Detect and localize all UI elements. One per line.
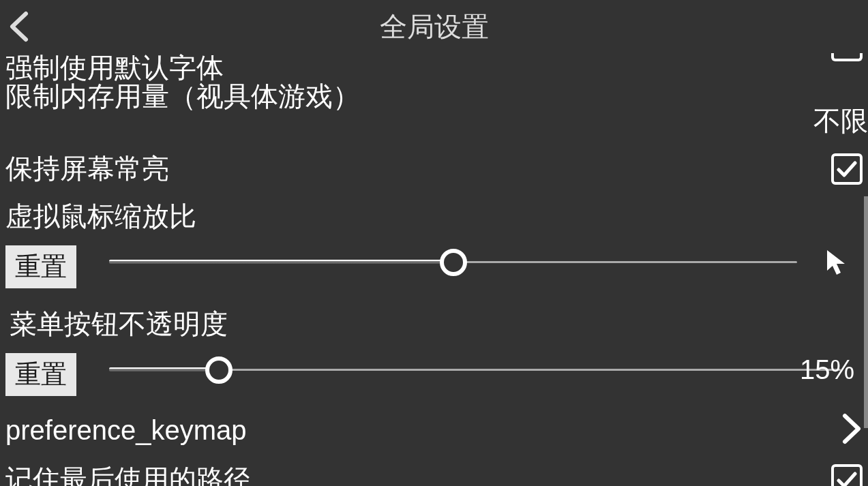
- slider-thumb[interactable]: [440, 249, 467, 276]
- setting-keep-screen-on-label: 保持屏幕常亮: [0, 150, 169, 187]
- setting-menu-opacity-label: 菜单按钮不透明度: [10, 305, 868, 343]
- menu-opacity-slider-row: 重置 15%: [0, 344, 868, 396]
- setting-menu-opacity: 菜单按钮不透明度: [0, 305, 868, 343]
- slider-track-filled: [109, 367, 219, 371]
- setting-limit-memory-label: 限制内存用量（视具体游戏）: [0, 78, 868, 115]
- checkmark-icon: [835, 157, 858, 181]
- setting-limit-memory[interactable]: 限制内存用量（视具体游戏）: [0, 78, 868, 115]
- header: 全局设置: [0, 0, 868, 53]
- menu-opacity-slider[interactable]: [109, 367, 841, 373]
- mouse-scale-slider[interactable]: [109, 260, 797, 265]
- mouse-scale-reset-button[interactable]: 重置: [5, 245, 76, 288]
- page-title: 全局设置: [380, 8, 489, 46]
- setting-limit-memory-value: 不限: [813, 102, 868, 140]
- setting-remember-path: 记住最后使用的路径: [0, 461, 868, 486]
- scrollbar[interactable]: [864, 196, 868, 428]
- cursor-icon: [824, 249, 852, 276]
- back-icon[interactable]: [5, 10, 33, 46]
- slider-track-empty: [219, 369, 841, 371]
- slider-track-empty: [453, 261, 798, 263]
- setting-keep-screen-on-checkbox[interactable]: [831, 153, 863, 185]
- setting-remember-path-label: 记住最后使用的路径: [0, 461, 251, 486]
- setting-keymap[interactable]: preference_keymap: [0, 413, 868, 447]
- checkmark-icon: [835, 468, 858, 487]
- setting-keymap-label: preference_keymap: [0, 415, 247, 446]
- chevron-right-icon: [841, 413, 863, 447]
- slider-track-filled: [109, 260, 453, 264]
- menu-opacity-reset-button[interactable]: 重置: [5, 353, 76, 396]
- setting-keep-screen-on: 保持屏幕常亮: [0, 150, 868, 187]
- setting-mouse-scale-label: 虚拟鼠标缩放比: [0, 198, 868, 235]
- setting-force-font-checkbox[interactable]: [831, 53, 863, 61]
- settings-content: 强制使用默认字体 限制内存用量（视具体游戏） 不限 保持屏幕常亮 虚拟鼠标缩放比…: [0, 53, 868, 486]
- setting-mouse-scale: 虚拟鼠标缩放比: [0, 198, 868, 235]
- mouse-scale-slider-row: 重置: [0, 236, 868, 288]
- slider-thumb[interactable]: [205, 356, 233, 384]
- setting-remember-path-checkbox[interactable]: [831, 464, 863, 487]
- menu-opacity-value: 15%: [800, 354, 854, 385]
